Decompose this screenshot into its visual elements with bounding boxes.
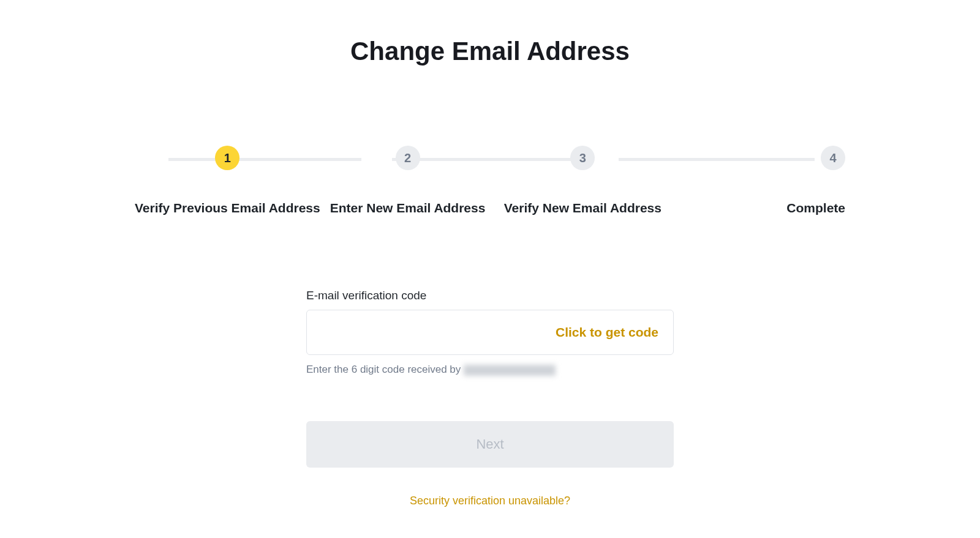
- helper-text: Enter the 6 digit code received by: [306, 364, 674, 376]
- step-label: Complete: [786, 201, 845, 215]
- step-number: 2: [396, 146, 420, 170]
- verification-code-field: Click to get code: [306, 310, 674, 355]
- step-3: 3 Verify New Email Address: [495, 146, 670, 215]
- verification-form: E-mail verification code Click to get co…: [306, 289, 674, 507]
- step-1: 1 Verify Previous Email Address: [135, 146, 320, 215]
- step-label: Enter New Email Address: [330, 201, 486, 215]
- step-4: 4 Complete: [670, 146, 845, 215]
- verification-code-label: E-mail verification code: [306, 289, 674, 302]
- page-title: Change Email Address: [74, 37, 907, 66]
- step-number: 1: [215, 146, 239, 170]
- masked-email: [464, 365, 556, 376]
- step-connector: [619, 158, 815, 161]
- helper-prefix: Enter the 6 digit code received by: [306, 364, 464, 375]
- step-label: Verify Previous Email Address: [135, 201, 320, 215]
- step-connector: [168, 158, 361, 161]
- page-container: Change Email Address 1 Verify Previous E…: [0, 0, 980, 507]
- progress-stepper: 1 Verify Previous Email Address 2 Enter …: [135, 146, 845, 215]
- security-verification-link[interactable]: Security verification unavailable?: [410, 495, 570, 507]
- step-number: 3: [570, 146, 595, 170]
- verification-code-input[interactable]: [322, 310, 556, 354]
- step-label: Verify New Email Address: [504, 201, 662, 215]
- get-code-button[interactable]: Click to get code: [556, 325, 658, 340]
- next-button[interactable]: Next: [306, 421, 674, 468]
- step-number: 4: [821, 146, 845, 170]
- step-connector: [392, 158, 588, 161]
- step-2: 2 Enter New Email Address: [320, 146, 496, 215]
